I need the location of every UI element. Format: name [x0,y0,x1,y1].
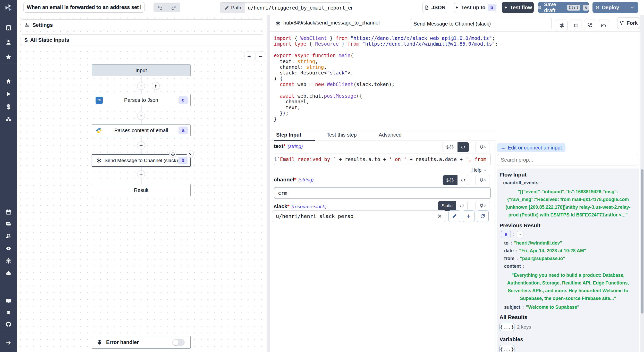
prop-entry-content[interactable]: content: [504,264,637,269]
code-editor-content[interactable]: import { WebClient } from "https://deno.… [274,35,634,122]
move-step-button[interactable] [169,150,176,158]
file-json-icon [424,5,429,10]
channel-connect-input-button[interactable] [476,175,490,185]
sleep-step-button[interactable] [598,20,609,31]
webhook-call-button[interactable] [584,20,595,31]
reload-script-button[interactable] [556,20,567,31]
text-mode-code[interactable] [457,142,469,152]
sidebar-collapse-button[interactable] [0,338,17,348]
play-icon [455,5,459,10]
scrollbar-thumb[interactable] [641,169,643,314]
flow-node-input[interactable]: Input [92,64,191,76]
add-step-button[interactable] [137,112,145,120]
deploy-button[interactable]: Deploy [592,5,622,11]
prop-value-subject[interactable]: "Welcome to Supabase" [526,305,579,310]
delete-step-button[interactable] [187,150,194,158]
fork-button[interactable]: Fork [617,17,640,29]
redo-button[interactable] [167,3,180,12]
all-static-inputs-button[interactable]: $ All Static Inputs [21,34,263,46]
sidebar-item-audit-logs[interactable] [0,243,17,254]
prop-entry-subject[interactable]: subject:"Welcome to Supabase" [504,305,637,310]
windmill-logo[interactable] [0,3,17,13]
flow-title-input[interactable] [23,2,145,13]
text-connect-input-button[interactable] [476,142,490,152]
flow-settings-button[interactable]: Settings [21,19,263,31]
search-prop-input[interactable] [497,154,638,165]
sidebar-item-resources[interactable] [0,114,17,124]
prop-entry-date[interactable]: date:"Fri, Apr 14, 2023 at 10:28 AM" [504,248,637,254]
slack-connect-input-button[interactable] [476,201,490,211]
prop-value-to[interactable]: "henri@windmill.dev" [514,240,562,246]
collapse-button[interactable]: - [517,231,523,238]
sidebar-item-user[interactable] [0,37,17,47]
slack-mode-code[interactable] [456,201,467,211]
sidebar-item-workers[interactable] [0,268,17,279]
flow-node-result[interactable]: Result [92,184,191,196]
sidebar-item-schedules[interactable] [0,207,17,217]
text-expression-content[interactable]: `Email received by ` + results.a.to + ' … [277,156,491,162]
step-summary-input[interactable] [410,18,552,29]
tab-step-input[interactable]: Step Input [276,132,301,138]
add-resource-button[interactable] [463,210,474,222]
sidebar-item-github[interactable] [0,319,17,329]
add-step-button[interactable] [137,170,145,178]
tab-test-this-step[interactable]: Test this step [327,132,357,138]
test-up-to-button[interactable]: Test up to b [454,2,496,13]
refresh-resource-button[interactable] [477,210,489,222]
test-flow-button[interactable]: Test flow [502,2,534,13]
save-draft-button[interactable]: Save draft Ctrl S [538,2,589,13]
help-link[interactable]: Help [471,167,487,173]
prop-entry-to[interactable]: to:"henri@windmill.dev" [504,240,637,246]
clear-resource-button[interactable] [437,213,442,219]
slack-resource-input[interactable] [272,210,446,222]
channel-mode-code[interactable] [457,175,469,185]
sidebar-item-groups[interactable] [0,231,17,241]
add-step-button[interactable] [137,82,145,90]
channel-mode-template[interactable]: ${} [443,175,457,185]
node-label: Parses to Json [124,97,158,103]
sidebar-item-workspace[interactable] [0,23,17,33]
path-editor[interactable]: Path u/henri/triggered_by_email_report_e… [220,2,352,13]
edit-resource-button[interactable] [448,210,460,222]
panel-splitter[interactable] [267,15,270,352]
sidebar-item-variables[interactable]: $ [0,102,17,112]
sidebar-item-home[interactable] [0,76,17,86]
slack-mode-static[interactable]: Static [438,201,456,211]
tab-advanced[interactable]: Advanced [379,132,402,138]
window-scrollbar[interactable] [640,15,644,352]
flow-node-parses-content[interactable]: Parses content of email a [92,124,191,136]
result-a-badge[interactable]: a [501,231,511,238]
sidebar-item-favorites[interactable] [0,52,17,62]
prop-value-date[interactable]: "Fri, Apr 14, 2023 at 10:28 AM" [519,248,586,254]
sidebar-item-settings[interactable] [0,256,17,266]
zoom-in-button[interactable]: + [244,52,254,61]
trigger-button[interactable] [152,82,160,90]
test-up-to-step-badge: b [488,4,496,11]
hub-script-path[interactable]: hub/849/slack/send_message_to_channel [283,20,380,26]
variables-expand-button[interactable]: {...} [499,345,514,352]
channel-value-input[interactable] [274,187,491,199]
flow-input-entry[interactable]: mandrill_events : [503,180,637,186]
sidebar-item-docs[interactable] [0,296,17,306]
all-results-expand-button[interactable]: {...} [499,323,514,331]
expand-editor-button[interactable] [570,20,581,31]
sidebar-item-discord[interactable] [0,307,17,318]
undo-button[interactable] [154,3,167,12]
mandrill-events-value[interactable]: "[{"event":"inbound","ts":1683819426,"ms… [501,188,635,219]
edit-or-connect-button[interactable]: ← Edit or connect an input [497,143,565,152]
prop-value-content[interactable]: "Everything you need to build a product:… [501,271,635,302]
text-expression-editor[interactable]: 1 `Email received by ` + results.a.to + … [274,154,491,165]
flow-canvas[interactable]: Settings $ All Static Inputs + − Input T… [17,15,267,352]
sidebar-item-runs[interactable] [0,89,17,99]
prop-value-from[interactable]: "paul@supabase.io" [520,256,565,261]
zoom-out-button[interactable]: − [256,52,265,61]
flow-node-parses-to-json[interactable]: TS Parses to Json c [92,94,191,106]
add-step-button[interactable] [137,141,145,149]
json-button[interactable]: JSON [422,2,447,13]
prop-entry-from[interactable]: from:"paul@supabase.io" [504,256,637,261]
error-handler-node[interactable]: Error handler [92,336,191,349]
sidebar-item-folders[interactable] [0,219,17,229]
deploy-dropdown-button[interactable] [626,5,638,10]
text-mode-template[interactable]: ${} [443,142,457,152]
error-handler-toggle[interactable] [172,339,185,346]
